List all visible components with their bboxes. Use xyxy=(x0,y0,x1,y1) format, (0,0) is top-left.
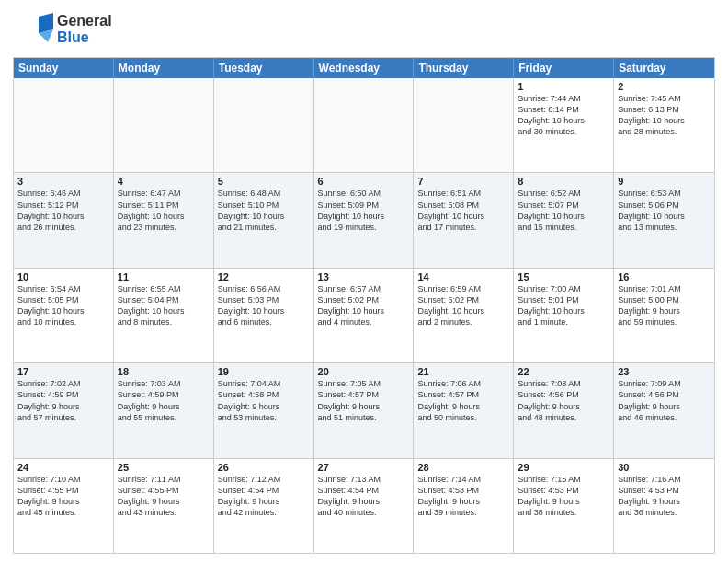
day-info: Sunrise: 6:52 AM Sunset: 5:07 PM Dayligh… xyxy=(518,188,609,233)
day-info: Sunrise: 7:08 AM Sunset: 4:56 PM Dayligh… xyxy=(518,378,609,423)
day-number: 6 xyxy=(318,176,410,187)
calendar-cell: 14Sunrise: 6:59 AM Sunset: 5:02 PM Dayli… xyxy=(414,269,514,362)
calendar-header-cell: Friday xyxy=(514,58,614,78)
day-info: Sunrise: 6:50 AM Sunset: 5:09 PM Dayligh… xyxy=(318,188,410,233)
day-info: Sunrise: 7:03 AM Sunset: 4:59 PM Dayligh… xyxy=(118,378,210,423)
calendar-cell xyxy=(314,78,415,172)
day-info: Sunrise: 7:04 AM Sunset: 4:58 PM Dayligh… xyxy=(218,378,310,423)
day-number: 5 xyxy=(218,176,310,187)
day-number: 21 xyxy=(417,366,509,377)
calendar-header-cell: Sunday xyxy=(14,58,114,78)
day-info: Sunrise: 6:54 AM Sunset: 5:05 PM Dayligh… xyxy=(17,283,109,328)
calendar-cell: 24Sunrise: 7:10 AM Sunset: 4:55 PM Dayli… xyxy=(14,459,114,553)
day-number: 18 xyxy=(118,366,210,377)
logo-text-general: General xyxy=(57,13,112,29)
day-number: 20 xyxy=(318,366,410,377)
calendar-cell: 22Sunrise: 7:08 AM Sunset: 4:56 PM Dayli… xyxy=(514,363,614,457)
day-info: Sunrise: 7:12 AM Sunset: 4:54 PM Dayligh… xyxy=(218,474,310,519)
day-number: 7 xyxy=(417,176,509,187)
logo-text-blue: Blue xyxy=(57,29,112,46)
day-number: 27 xyxy=(318,462,410,473)
calendar-header-cell: Thursday xyxy=(414,58,514,78)
day-info: Sunrise: 6:46 AM Sunset: 5:12 PM Dayligh… xyxy=(17,188,109,233)
day-number: 1 xyxy=(518,81,609,92)
calendar-header-cell: Tuesday xyxy=(214,58,314,78)
day-info: Sunrise: 7:45 AM Sunset: 6:13 PM Dayligh… xyxy=(618,93,711,138)
day-info: Sunrise: 7:05 AM Sunset: 4:57 PM Dayligh… xyxy=(318,378,410,423)
calendar-cell: 17Sunrise: 7:02 AM Sunset: 4:59 PM Dayli… xyxy=(14,363,114,457)
calendar-cell: 10Sunrise: 6:54 AM Sunset: 5:05 PM Dayli… xyxy=(14,269,114,362)
day-info: Sunrise: 7:16 AM Sunset: 4:53 PM Dayligh… xyxy=(618,474,711,519)
calendar-cell: 15Sunrise: 7:00 AM Sunset: 5:01 PM Dayli… xyxy=(514,269,614,362)
calendar-cell xyxy=(114,78,214,172)
calendar-cell: 21Sunrise: 7:06 AM Sunset: 4:57 PM Dayli… xyxy=(414,363,514,457)
page: General Blue SundayMondayTuesdayWednesda… xyxy=(0,0,728,563)
calendar-cell: 25Sunrise: 7:11 AM Sunset: 4:55 PM Dayli… xyxy=(114,459,214,553)
day-number: 3 xyxy=(17,176,109,187)
calendar-cell: 9Sunrise: 6:53 AM Sunset: 5:06 PM Daylig… xyxy=(614,173,714,267)
calendar-cell xyxy=(14,78,114,172)
day-info: Sunrise: 6:59 AM Sunset: 5:02 PM Dayligh… xyxy=(417,283,509,328)
day-info: Sunrise: 7:11 AM Sunset: 4:55 PM Dayligh… xyxy=(118,474,210,519)
day-info: Sunrise: 7:09 AM Sunset: 4:56 PM Dayligh… xyxy=(618,378,711,423)
day-info: Sunrise: 7:13 AM Sunset: 4:54 PM Dayligh… xyxy=(318,474,410,519)
calendar-cell: 6Sunrise: 6:50 AM Sunset: 5:09 PM Daylig… xyxy=(314,173,415,267)
calendar-cell: 30Sunrise: 7:16 AM Sunset: 4:53 PM Dayli… xyxy=(614,459,714,553)
calendar-row: 1Sunrise: 7:44 AM Sunset: 6:14 PM Daylig… xyxy=(14,78,714,172)
day-number: 25 xyxy=(118,462,210,473)
calendar-cell: 4Sunrise: 6:47 AM Sunset: 5:11 PM Daylig… xyxy=(114,173,214,267)
day-number: 9 xyxy=(618,176,711,187)
day-info: Sunrise: 7:15 AM Sunset: 4:53 PM Dayligh… xyxy=(518,474,609,519)
calendar-cell: 28Sunrise: 7:14 AM Sunset: 4:53 PM Dayli… xyxy=(414,459,514,553)
day-number: 12 xyxy=(218,271,310,282)
calendar-cell: 19Sunrise: 7:04 AM Sunset: 4:58 PM Dayli… xyxy=(214,363,314,457)
logo: General Blue xyxy=(13,9,112,50)
calendar-cell xyxy=(214,78,314,172)
day-number: 15 xyxy=(518,271,609,282)
calendar-cell: 3Sunrise: 6:46 AM Sunset: 5:12 PM Daylig… xyxy=(14,173,114,267)
day-info: Sunrise: 7:10 AM Sunset: 4:55 PM Dayligh… xyxy=(17,474,109,519)
calendar-cell: 12Sunrise: 6:56 AM Sunset: 5:03 PM Dayli… xyxy=(214,269,314,362)
day-info: Sunrise: 6:48 AM Sunset: 5:10 PM Dayligh… xyxy=(218,188,310,233)
day-info: Sunrise: 6:51 AM Sunset: 5:08 PM Dayligh… xyxy=(417,188,509,233)
calendar-cell: 1Sunrise: 7:44 AM Sunset: 6:14 PM Daylig… xyxy=(514,78,614,172)
day-number: 23 xyxy=(618,366,711,377)
header: General Blue xyxy=(13,9,715,50)
calendar-cell: 26Sunrise: 7:12 AM Sunset: 4:54 PM Dayli… xyxy=(214,459,314,553)
day-number: 19 xyxy=(218,366,310,377)
calendar-cell: 27Sunrise: 7:13 AM Sunset: 4:54 PM Dayli… xyxy=(314,459,415,553)
day-number: 28 xyxy=(417,462,509,473)
calendar-cell: 29Sunrise: 7:15 AM Sunset: 4:53 PM Dayli… xyxy=(514,459,614,553)
day-number: 29 xyxy=(518,462,609,473)
day-info: Sunrise: 7:06 AM Sunset: 4:57 PM Dayligh… xyxy=(417,378,509,423)
calendar-cell: 16Sunrise: 7:01 AM Sunset: 5:00 PM Dayli… xyxy=(614,269,714,362)
calendar-header-cell: Monday xyxy=(114,58,214,78)
day-number: 22 xyxy=(518,366,609,377)
day-number: 8 xyxy=(518,176,609,187)
day-info: Sunrise: 7:01 AM Sunset: 5:00 PM Dayligh… xyxy=(618,283,711,328)
calendar-row: 24Sunrise: 7:10 AM Sunset: 4:55 PM Dayli… xyxy=(14,458,714,553)
day-info: Sunrise: 7:00 AM Sunset: 5:01 PM Dayligh… xyxy=(518,283,609,328)
calendar-cell: 2Sunrise: 7:45 AM Sunset: 6:13 PM Daylig… xyxy=(614,78,714,172)
day-info: Sunrise: 6:56 AM Sunset: 5:03 PM Dayligh… xyxy=(218,283,310,328)
day-number: 26 xyxy=(218,462,310,473)
day-info: Sunrise: 7:44 AM Sunset: 6:14 PM Dayligh… xyxy=(518,93,609,138)
calendar-header-cell: Saturday xyxy=(614,58,714,78)
calendar-row: 10Sunrise: 6:54 AM Sunset: 5:05 PM Dayli… xyxy=(14,268,714,362)
calendar-cell: 7Sunrise: 6:51 AM Sunset: 5:08 PM Daylig… xyxy=(414,173,514,267)
calendar-header: SundayMondayTuesdayWednesdayThursdayFrid… xyxy=(14,58,714,78)
calendar-cell: 11Sunrise: 6:55 AM Sunset: 5:04 PM Dayli… xyxy=(114,269,214,362)
day-info: Sunrise: 6:55 AM Sunset: 5:04 PM Dayligh… xyxy=(118,283,210,328)
calendar-body: 1Sunrise: 7:44 AM Sunset: 6:14 PM Daylig… xyxy=(14,78,714,553)
day-number: 24 xyxy=(17,462,109,473)
day-info: Sunrise: 7:14 AM Sunset: 4:53 PM Dayligh… xyxy=(417,474,509,519)
calendar-cell: 18Sunrise: 7:03 AM Sunset: 4:59 PM Dayli… xyxy=(114,363,214,457)
calendar-cell xyxy=(414,78,514,172)
calendar-cell: 5Sunrise: 6:48 AM Sunset: 5:10 PM Daylig… xyxy=(214,173,314,267)
calendar-cell: 8Sunrise: 6:52 AM Sunset: 5:07 PM Daylig… xyxy=(514,173,614,267)
day-info: Sunrise: 6:57 AM Sunset: 5:02 PM Dayligh… xyxy=(318,283,410,328)
day-number: 10 xyxy=(17,271,109,282)
calendar: SundayMondayTuesdayWednesdayThursdayFrid… xyxy=(13,57,715,554)
day-number: 17 xyxy=(17,366,109,377)
day-info: Sunrise: 7:02 AM Sunset: 4:59 PM Dayligh… xyxy=(17,378,109,423)
